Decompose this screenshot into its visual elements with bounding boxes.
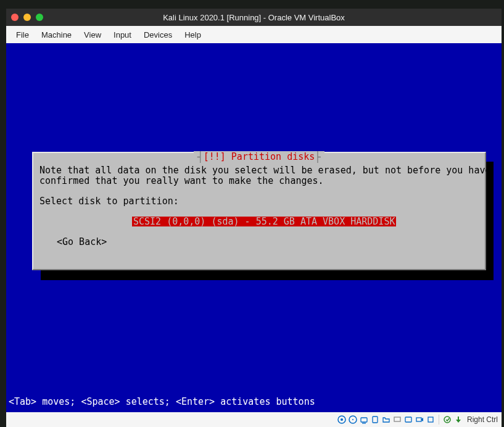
minimize-icon[interactable] — [23, 14, 31, 21]
disk-option-row: SCSI2 (0,0,0) (sda) - 55.2 GB ATA VBOX H… — [39, 217, 479, 227]
close-icon[interactable] — [11, 14, 19, 21]
svg-rect-4 — [361, 418, 367, 422]
dialog-title-row: ┤ [!!] Partition disks ├ — [33, 152, 485, 162]
vm-display[interactable]: ┤ [!!] Partition disks ├ Note that all d… — [6, 43, 502, 412]
shared-folder-icon[interactable] — [381, 415, 391, 425]
host-key-label: Right Ctrl — [467, 415, 498, 424]
audio-icon[interactable] — [403, 415, 413, 425]
disk-option[interactable]: SCSI2 (0,0,0) (sda) - 55.2 GB ATA VBOX H… — [132, 217, 396, 227]
blank-line-3 — [39, 226, 479, 237]
menu-file[interactable]: File — [11, 28, 34, 42]
menu-devices[interactable]: Devices — [139, 28, 177, 42]
virtualbox-window: Kali Linux 2020.1 [Running] - Oracle VM … — [6, 9, 502, 427]
window-titlebar: Kali Linux 2020.1 [Running] - Oracle VM … — [6, 9, 502, 26]
svg-rect-9 — [416, 418, 421, 421]
menu-help[interactable]: Help — [180, 28, 206, 42]
dialog-title: [!!] Partition disks — [204, 151, 315, 163]
svg-point-1 — [341, 418, 343, 421]
svg-rect-7 — [394, 417, 400, 421]
menu-view[interactable]: View — [79, 28, 106, 42]
svg-rect-6 — [373, 417, 378, 423]
dialog-body: Note that all data on the disk you selec… — [39, 165, 479, 247]
dash-right: ├ — [315, 151, 321, 163]
window-title: Kali Linux 2020.1 [Running] - Oracle VM … — [6, 13, 502, 22]
hint-bar: <Tab> moves; <Space> selects; <Enter> ac… — [6, 395, 502, 412]
note-line-1: Note that all data on the disk you selec… — [39, 165, 479, 176]
go-back-button[interactable]: <Go Back> — [57, 237, 479, 247]
menu-machine[interactable]: Machine — [36, 28, 76, 42]
keyboard-icon[interactable] — [453, 415, 463, 425]
menu-bar: File Machine View Input Devices Help — [6, 26, 502, 43]
hard-disk-icon[interactable] — [337, 415, 347, 425]
window-controls — [11, 14, 43, 21]
menu-input[interactable]: Input — [109, 28, 136, 42]
optical-drive-icon[interactable] — [348, 415, 358, 425]
blank-line-1 — [39, 186, 479, 196]
partition-dialog: ┤ [!!] Partition disks ├ Note that all d… — [32, 152, 486, 270]
dash-left: ┤ — [197, 151, 204, 163]
display-icon[interactable] — [392, 415, 402, 425]
network-icon[interactable] — [359, 415, 369, 425]
svg-point-3 — [352, 419, 353, 420]
maximize-icon[interactable] — [36, 14, 43, 21]
usb-icon[interactable] — [370, 415, 380, 425]
status-bar: Right Ctrl — [6, 412, 502, 427]
prompt-line: Select disk to partition: — [39, 196, 479, 207]
cpu-icon[interactable] — [426, 415, 436, 425]
mouse-integration-icon[interactable] — [442, 415, 452, 425]
note-line-2: confirmed that you really want to make t… — [39, 176, 479, 186]
svg-point-11 — [444, 417, 450, 423]
recording-icon[interactable] — [415, 415, 424, 425]
blank-line-2 — [39, 206, 479, 217]
statusbar-separator — [439, 415, 439, 425]
svg-rect-8 — [405, 417, 411, 422]
svg-rect-10 — [428, 417, 433, 422]
